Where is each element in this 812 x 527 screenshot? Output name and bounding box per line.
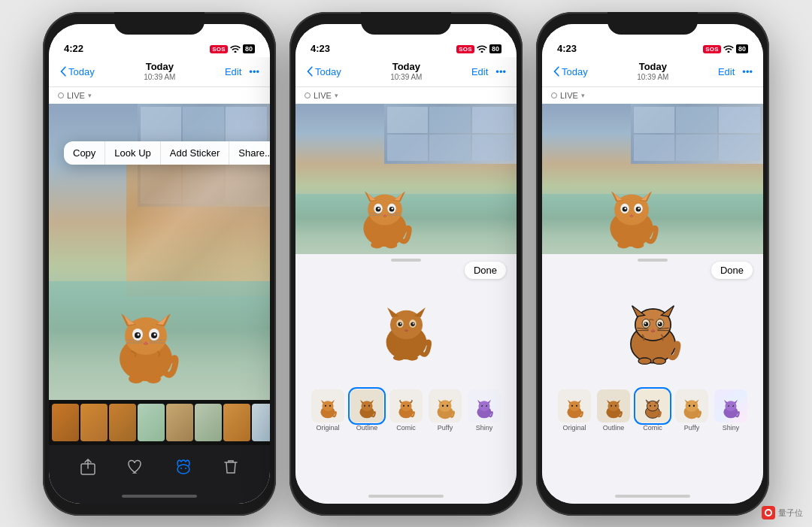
status-time: 4:22 [64,43,83,54]
thumb-4[interactable] [138,404,165,441]
thumb-2[interactable] [80,404,108,441]
phone-screen-2: 4:23 SOS 80 Today Today 10:39 AM Edit ••… [295,24,517,504]
battery-icon: 80 [243,44,255,53]
more-button-2[interactable]: ••• [495,66,506,77]
sticker-label-original-3: Original [562,424,586,432]
sticker-opt-comic-2[interactable]: Comic [389,389,423,432]
context-menu[interactable]: Copy Look Up Add Sticker Share... [64,141,270,165]
sticker-options-3: Original Outline Comic [542,385,763,435]
notch-3 [607,12,698,35]
svg-point-60 [329,404,331,406]
more-button[interactable]: ••• [249,66,259,77]
done-button-3[interactable]: Done [711,262,753,279]
bottom-toolbar [49,445,270,489]
live-label: LIVE [67,91,85,100]
context-share[interactable]: Share... [229,141,270,165]
home-indicator-2 [295,489,517,504]
svg-point-51 [412,323,414,324]
trash-button[interactable] [217,453,244,480]
live-label-2: LIVE [314,91,332,100]
thumb-3[interactable] [109,404,136,441]
more-button-3[interactable]: ••• [742,66,753,77]
sticker-opt-outline-2[interactable]: Outline [350,389,383,432]
edit-button-2[interactable]: Edit [471,66,488,77]
live-chevron-3: ▾ [581,92,585,99]
sticker-opt-comic-3[interactable]: Comic [636,389,669,432]
context-copy[interactable]: Copy [64,141,105,165]
status-time-3: 4:23 [557,43,577,54]
sticker-opt-puffy-2[interactable]: Puffy [429,389,462,432]
svg-point-100 [617,241,629,248]
thumb-7[interactable] [223,404,250,441]
svg-point-124 [576,404,577,406]
back-button[interactable]: Today [59,66,95,77]
thumb-6[interactable] [195,404,222,441]
svg-point-10 [137,333,139,335]
sticker-label-outline-3: Outline [603,424,625,432]
svg-point-136 [654,404,656,406]
live-dot [58,92,64,98]
sticker-opt-original-3[interactable]: Original [558,389,591,432]
sticker-comic-cat [617,283,689,366]
photo-area-2[interactable] [295,104,517,254]
sticker-opt-shiny-3[interactable]: Shiny [714,389,747,432]
svg-marker-44 [387,307,398,317]
cat-svg-2 [351,168,419,251]
sticker-opt-puffy-3[interactable]: Puffy [675,389,708,432]
sticker-label-puffy-3: Puffy [684,424,699,432]
sticker-opt-outline-3[interactable]: Outline [597,389,630,432]
svg-point-135 [650,404,651,406]
svg-point-97 [624,207,626,209]
svg-marker-63 [360,399,364,403]
nav-right: Edit ••• [225,66,259,77]
pull-handle-2 [391,259,421,262]
svg-point-17 [129,374,144,383]
photo-bg-2 [295,104,517,254]
done-button-2[interactable]: Done [465,262,506,279]
cat-svg-3 [598,168,665,251]
nav-right-3: Edit ••• [718,66,753,77]
svg-point-109 [657,322,662,326]
svg-marker-122 [577,399,581,403]
context-lookup[interactable]: Look Up [105,141,160,165]
home-bar [122,495,197,498]
svg-point-85 [481,404,482,405]
svg-marker-45 [414,307,425,317]
sticker-opt-shiny-2[interactable]: Shiny [468,389,501,432]
watermark: 量子位 [762,506,803,519]
sos-badge-2: SOS [456,45,474,53]
share-button[interactable] [74,453,102,480]
nav-title-3: Today 10:39 AM [637,61,668,82]
nav-title: Today 10:39 AM [144,61,175,82]
svg-marker-82 [487,399,491,403]
back-button-3[interactable]: Today [553,66,588,77]
photo-area-3[interactable] [542,104,763,254]
status-icons-3: SOS 80 [703,44,748,54]
edit-button-3[interactable]: Edit [718,66,735,77]
wifi-icon [230,44,241,54]
thumb-1[interactable] [52,404,79,441]
svg-point-108 [644,322,648,326]
photo-bg-3 [542,104,763,254]
phone-screen-1: 4:22 SOS 80 Today Today 10:39 AM Edit ••… [49,24,270,504]
svg-point-142 [693,404,695,406]
live-label-3: LIVE [560,91,578,100]
status-icons: SOS 80 [210,44,255,54]
sticker-label-shiny-2: Shiny [476,424,493,432]
sticker-opt-original-2[interactable]: Original [311,389,344,432]
cat-svg [105,287,187,385]
nav-title-2: Today 10:39 AM [390,61,422,82]
sticker-label-comic-3: Comic [643,424,662,432]
heart-button[interactable] [122,453,149,480]
thumb-5[interactable] [166,404,193,441]
thumb-8[interactable] [252,404,270,441]
context-add-sticker[interactable]: Add Sticker [161,141,229,165]
photo-area-1[interactable]: Copy Look Up Add Sticker Share... [49,104,270,400]
back-button-2[interactable]: Today [306,66,341,77]
svg-point-49 [411,322,414,326]
edit-button[interactable]: Edit [225,66,241,77]
svg-marker-121 [568,399,571,403]
cat-button[interactable] [170,453,197,480]
notch [114,12,205,35]
svg-point-21 [180,468,182,469]
